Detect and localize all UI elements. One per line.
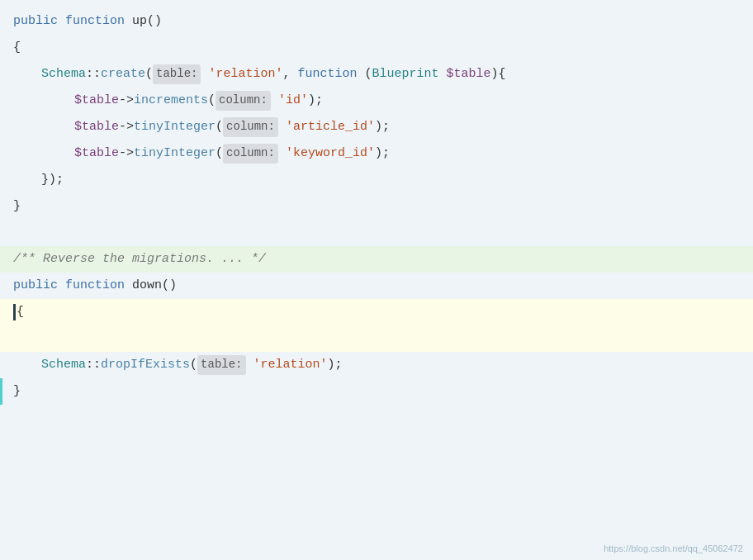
close-callback: }); (41, 169, 64, 191)
string-relation: 'relation' (209, 64, 283, 85)
string-keyword-id: 'keyword_id' (286, 143, 375, 164)
cursor (13, 304, 16, 320)
code-line-5: $table->tinyInteger(column: 'article_id'… (0, 114, 753, 140)
param-column-3: column: (223, 144, 278, 164)
open-brace-down: { (17, 301, 24, 323)
code-line-8: } (0, 193, 753, 220)
code-line-6: $table->tinyInteger(column: 'keyword_id'… (0, 140, 753, 167)
empty-line-1 (0, 220, 753, 246)
var-table-3: $table (74, 143, 119, 164)
code-line-2: { (0, 35, 753, 61)
string-relation-2: 'relation' (253, 354, 328, 376)
empty-line-2 (0, 325, 753, 352)
comment-text: /** Reverse the migrations. ... */ (13, 249, 266, 270)
code-line-7: }); (0, 167, 753, 193)
code-line-comment: /** Reverse the migrations. ... */ (0, 246, 753, 273)
code-line-4: $table->increments(column: 'id'); (0, 88, 753, 114)
param-column-2: column: (223, 117, 278, 137)
param-table-2: table: (197, 355, 245, 375)
var-table-2: $table (74, 116, 119, 138)
var-table: $table (74, 90, 119, 112)
param-table: table: (153, 64, 201, 84)
method-increments: increments (134, 90, 208, 112)
watermark: https://blog.csdn.net/qq_45062472 (604, 543, 743, 553)
param-column-1: column: (215, 91, 271, 111)
code-line-1: public function up() (0, 8, 753, 35)
string-article-id: 'article_id' (286, 116, 375, 138)
code-line-3: Schema::create(table: 'relation', functi… (0, 61, 753, 88)
code-line-10: public function down() (0, 273, 753, 299)
fn-down: down (132, 275, 162, 297)
code-line-12: Schema::dropIfExists(table: 'relation'); (0, 352, 753, 378)
code-container: public function up() { Schema::create(ta… (0, 0, 753, 560)
fn-up: up (132, 11, 147, 32)
string-id: 'id' (278, 90, 308, 112)
keyword-function-2: function (65, 275, 125, 297)
method-tinyinteger-1: tinyInteger (134, 116, 215, 138)
class-schema-2: Schema (41, 354, 86, 376)
class-schema: Schema (41, 64, 86, 85)
method-tinyinteger-2: tinyInteger (134, 143, 215, 164)
keyword-function: function (65, 11, 125, 32)
open-brace: { (13, 37, 21, 59)
keyword-public-2: public (13, 275, 58, 297)
close-brace-up: } (13, 196, 21, 217)
code-line-13: } (0, 378, 753, 405)
punctuation: () (147, 11, 162, 32)
punctuation-2: () (162, 275, 177, 297)
method-create: create (101, 64, 145, 85)
method-dropifexists: dropIfExists (101, 354, 190, 376)
code-line-11: { (0, 299, 753, 325)
keyword-public: public (13, 11, 58, 32)
close-brace-down: } (13, 381, 21, 402)
